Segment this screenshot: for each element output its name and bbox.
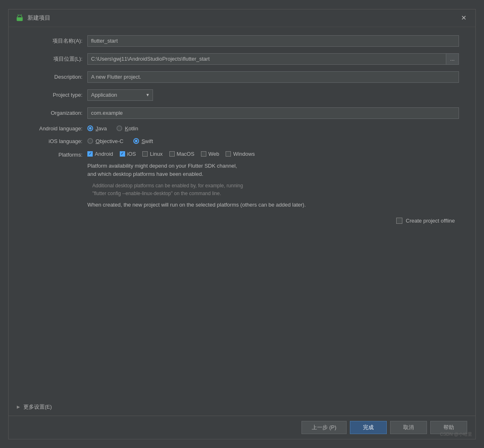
organization-row: Organization: xyxy=(17,107,459,119)
android-java-radio[interactable]: Java xyxy=(87,125,107,132)
svg-line-1 xyxy=(21,14,21,15)
project-type-select[interactable]: Application Plugin Module Package xyxy=(87,89,153,101)
more-settings-label: 更多设置(E) xyxy=(23,403,52,411)
project-location-input[interactable] xyxy=(87,53,446,65)
project-location-label: 项目位置(L): xyxy=(17,55,82,63)
platforms-content: ✓ Android ✓ iOS Linux xyxy=(87,151,459,213)
android-kotlin-radio-circle xyxy=(116,125,122,131)
ios-language-group: Objective-C Swift xyxy=(87,138,153,144)
ios-language-label: iOS language: xyxy=(17,138,82,144)
ios-objc-radio[interactable]: Objective-C xyxy=(87,138,123,144)
android-language-label: Android language: xyxy=(17,125,82,132)
linux-checkbox-box xyxy=(142,151,148,157)
platforms-row: Platforms: ✓ Android ✓ xyxy=(17,151,459,213)
windows-checkbox-label: Windows xyxy=(233,151,255,157)
android-java-radio-circle xyxy=(87,125,93,131)
description-row: Description: xyxy=(17,71,459,83)
description-input[interactable] xyxy=(87,71,459,83)
titlebar: 新建项目 ✕ xyxy=(9,9,475,27)
platform-macos-checkbox[interactable]: MacOS xyxy=(169,151,194,157)
project-name-input[interactable] xyxy=(87,35,459,47)
footer: 上一步 (P) 完成 取消 帮助 xyxy=(9,416,475,439)
macos-checkbox-box xyxy=(169,151,175,157)
browse-button[interactable]: ... xyxy=(446,53,459,65)
linux-checkbox-label: Linux xyxy=(150,151,162,157)
android-checkbox-box: ✓ xyxy=(87,151,93,157)
platform-linux-checkbox[interactable]: Linux xyxy=(142,151,162,157)
organization-label: Organization: xyxy=(17,110,82,116)
platform-ios-checkbox[interactable]: ✓ iOS xyxy=(120,151,136,157)
project-name-row: 项目名称(A): xyxy=(17,35,459,47)
ios-objc-label: Objective-C xyxy=(96,138,123,144)
platforms-label: Platforms: xyxy=(17,151,82,158)
android-java-label: Java xyxy=(96,125,107,132)
watermark: CSDN @小哈里 xyxy=(440,431,472,437)
ios-language-row: iOS language: Objective-C Swift xyxy=(17,138,459,144)
organization-input[interactable] xyxy=(87,107,459,119)
new-project-dialog: 新建项目 ✕ 项目名称(A): 项目位置(L): ... Description… xyxy=(8,9,476,439)
android-checkbox-label: Android xyxy=(95,151,113,157)
project-location-input-group: ... xyxy=(87,53,459,65)
more-settings-section[interactable]: ▶ 更多设置(E) xyxy=(9,398,475,416)
android-check-icon: ✓ xyxy=(89,152,92,156)
project-name-label: 项目名称(A): xyxy=(17,37,82,45)
ios-checkbox-label: iOS xyxy=(127,151,136,157)
dialog-title: 新建项目 xyxy=(27,14,50,22)
platform-note: Platform availability might depend on yo… xyxy=(87,162,459,179)
ios-swift-radio-dot xyxy=(135,140,137,142)
create-offline-checkbox-box[interactable] xyxy=(396,218,402,224)
android-kotlin-label: Kotlin xyxy=(125,125,138,132)
project-location-row: 项目位置(L): ... xyxy=(17,53,459,65)
create-offline-inner[interactable]: Create project offline xyxy=(396,218,455,224)
android-language-row: Android language: Java Kotlin xyxy=(17,125,459,132)
project-type-label: Project type: xyxy=(17,92,82,98)
cancel-button[interactable]: 取消 xyxy=(390,421,427,434)
macos-checkbox-label: MacOS xyxy=(177,151,194,157)
platform-android-checkbox[interactable]: ✓ Android xyxy=(87,151,113,157)
finish-button[interactable]: 完成 xyxy=(350,421,387,434)
more-settings-arrow-icon: ▶ xyxy=(17,405,20,409)
platform-note-grey: Additional desktop platforms can be enab… xyxy=(92,182,459,198)
titlebar-left: 新建项目 xyxy=(15,14,50,23)
platform-windows-checkbox[interactable]: Windows xyxy=(226,151,255,157)
platform-web-checkbox[interactable]: Web xyxy=(201,151,219,157)
prev-button[interactable]: 上一步 (P) xyxy=(301,421,347,434)
dialog-content: 项目名称(A): 项目位置(L): ... Description: Proje… xyxy=(9,27,475,315)
ios-swift-radio[interactable]: Swift xyxy=(133,138,153,144)
android-language-group: Java Kotlin xyxy=(87,125,138,132)
description-label: Description: xyxy=(17,74,82,80)
platform-note-bottom: When created, the new project will run o… xyxy=(87,201,459,209)
create-offline-label: Create project offline xyxy=(406,218,455,224)
android-kotlin-radio[interactable]: Kotlin xyxy=(116,125,138,132)
svg-line-0 xyxy=(18,14,18,15)
ios-checkbox-box: ✓ xyxy=(120,151,125,157)
ios-check-icon: ✓ xyxy=(121,152,124,156)
web-checkbox-box xyxy=(201,151,206,157)
ios-swift-radio-circle xyxy=(133,138,139,144)
android-java-radio-dot xyxy=(89,127,91,130)
close-button[interactable]: ✕ xyxy=(459,14,469,22)
android-studio-icon xyxy=(15,14,24,23)
ios-swift-label: Swift xyxy=(142,138,153,144)
project-type-row: Project type: Application Plugin Module … xyxy=(17,89,459,101)
windows-checkbox-box xyxy=(226,151,231,157)
web-checkbox-label: Web xyxy=(208,151,219,157)
platforms-checkboxes: ✓ Android ✓ iOS Linux xyxy=(87,151,459,157)
project-type-dropdown[interactable]: Application Plugin Module Package ▼ xyxy=(87,89,153,101)
create-offline-row: Create project offline xyxy=(17,218,459,224)
ios-objc-radio-circle xyxy=(87,138,93,144)
